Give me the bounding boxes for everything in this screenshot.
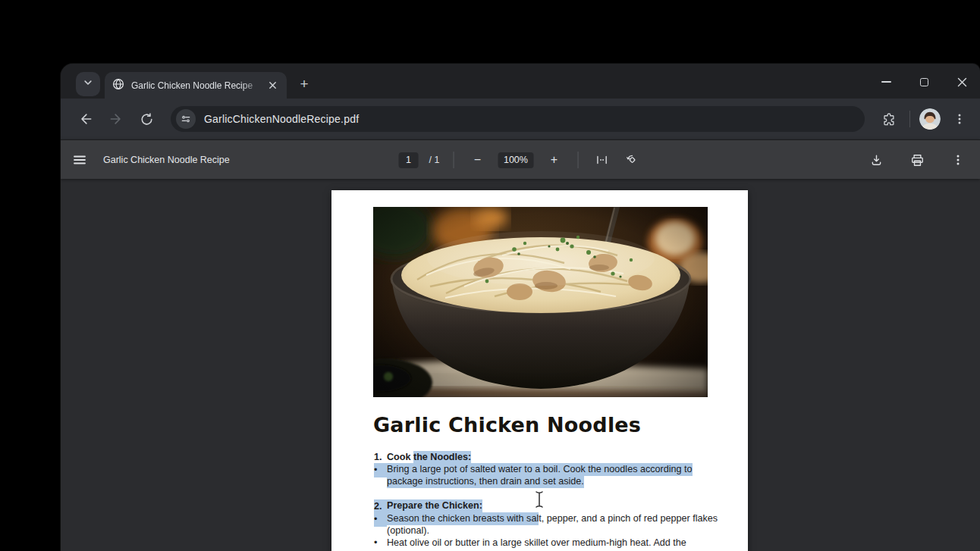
- pdf-page-zoom-controls: 1 / 1 − 100% +: [399, 140, 642, 180]
- step2-bullet1-line2: (optional).: [374, 524, 715, 537]
- fit-width-button[interactable]: [592, 150, 611, 170]
- bullet-marker: •: [374, 537, 387, 549]
- step1-number: 1.: [374, 451, 387, 463]
- step2-bullet2: •Heat olive oil or butter in a large ski…: [374, 537, 715, 549]
- puzzle-icon: [882, 112, 897, 127]
- text-cursor-i-beam: [534, 490, 545, 512]
- reload-button[interactable]: [135, 108, 158, 130]
- fit-width-icon: [595, 153, 608, 167]
- selected-text: package instructions, then drain and set…: [387, 475, 584, 488]
- new-tab-button[interactable]: +: [293, 73, 316, 95]
- recipe-photo: [373, 207, 708, 397]
- selected-text: Season the chicken breasts with sal: [387, 512, 539, 525]
- maximize-button[interactable]: [912, 71, 936, 92]
- pdf-toolbar: Garlic Chicken Noodle Recipe 1 / 1 − 100…: [61, 139, 980, 179]
- kebab-menu-icon: [953, 113, 966, 125]
- browser-toolbar: GarlicChickenNoodleRecipe.pdf: [61, 99, 980, 139]
- page-number-input[interactable]: 1: [399, 152, 419, 168]
- pdf-document-title: Garlic Chicken Noodle Recipe: [103, 155, 230, 165]
- minimize-icon: [881, 81, 891, 83]
- kebab-menu-icon: [952, 154, 964, 166]
- chevron-down-icon: [83, 77, 93, 91]
- rotate-button[interactable]: [622, 150, 642, 170]
- maximize-icon: [920, 78, 928, 86]
- minimize-button[interactable]: [874, 71, 898, 92]
- recipe-title: Garlic Chicken Noodles: [373, 413, 641, 437]
- site-info-button[interactable]: [176, 109, 196, 129]
- window-close-icon: [957, 77, 967, 87]
- hamburger-icon: [73, 153, 86, 167]
- address-bar[interactable]: GarlicChickenNoodleRecipe.pdf: [171, 106, 865, 132]
- step2-heading: 2.Prepare the Chicken:: [374, 499, 715, 512]
- forward-button[interactable]: [105, 108, 127, 130]
- selected-text: the Noodles:: [413, 451, 471, 464]
- step1-bullet1-line2: package instructions, then drain and set…: [374, 475, 715, 487]
- printer-icon: [910, 153, 925, 167]
- globe-favicon-icon: [112, 78, 124, 93]
- zoom-out-button[interactable]: −: [467, 150, 487, 170]
- download-button[interactable]: [865, 149, 887, 171]
- screen: Garlic Chicken Noodle Recipe +: [0, 0, 980, 551]
- tab-close-button[interactable]: [265, 79, 279, 92]
- print-button[interactable]: [906, 149, 928, 171]
- browser-window: Garlic Chicken Noodle Recipe +: [61, 64, 980, 551]
- tune-sliders-icon: [181, 114, 191, 124]
- selected-text: Bring a large pot of salted water to a b…: [387, 463, 693, 476]
- pdf-menu-button[interactable]: [68, 149, 91, 171]
- tab-garlic-chicken-noodle-recipe[interactable]: Garlic Chicken Noodle Recipe: [105, 72, 287, 99]
- pdf-toolbar-divider: [453, 152, 454, 168]
- zoom-in-button[interactable]: +: [544, 150, 564, 170]
- tab-search-button[interactable]: [76, 72, 100, 96]
- toolbar-divider: [909, 111, 910, 127]
- step1-heading: 1.Cook the Noodles:: [374, 451, 715, 463]
- tab-strip: Garlic Chicken Noodle Recipe +: [61, 64, 980, 99]
- zoom-level-value[interactable]: 100%: [498, 152, 533, 168]
- download-icon: [869, 153, 884, 167]
- pdf-toolbar-divider: [577, 152, 578, 168]
- window-controls: [874, 71, 974, 92]
- page-total-label: / 1: [429, 155, 440, 165]
- step1-bullet1-line1: •Bring a large pot of salted water to a …: [374, 463, 715, 475]
- step2-bullet1-line1: •Season the chicken breasts with salt, p…: [374, 512, 715, 524]
- url-text: GarlicChickenNoodleRecipe.pdf: [204, 113, 359, 125]
- pdf-viewport[interactable]: Garlic Chicken Noodles 1.Cook the Noodle…: [61, 179, 980, 551]
- pdf-action-buttons: [857, 140, 969, 180]
- extensions-button[interactable]: [878, 108, 900, 130]
- profile-avatar[interactable]: [919, 108, 941, 130]
- back-button[interactable]: [74, 108, 97, 130]
- pdf-more-button[interactable]: [947, 149, 969, 171]
- rotate-ccw-icon: [625, 153, 639, 167]
- window-close-button[interactable]: [950, 71, 974, 92]
- tab-title: Garlic Chicken Noodle Recipe: [131, 80, 265, 91]
- selected-text: Prepare the Chicken:: [387, 499, 482, 512]
- browser-menu-button[interactable]: [948, 108, 971, 130]
